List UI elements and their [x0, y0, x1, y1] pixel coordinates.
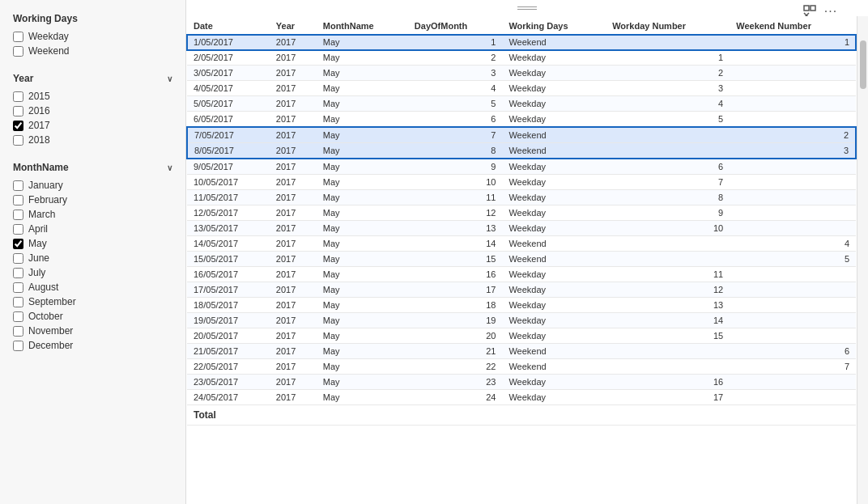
table-row[interactable]: 21/05/20172017May21Weekend6 — [187, 344, 856, 359]
filter-item-december[interactable]: December — [13, 338, 172, 353]
table-cell — [730, 390, 856, 405]
checkbox-july[interactable] — [13, 268, 23, 278]
filter-item-2017[interactable]: 2017 — [13, 118, 172, 133]
scrollbar-area[interactable] — [857, 16, 868, 504]
checkbox-october[interactable] — [13, 311, 23, 322]
table-row[interactable]: 17/05/20172017May17Weekday12 — [187, 282, 856, 298]
filter-section-year: Year ∨ 2015 2016 2017 2018 — [13, 73, 172, 147]
filter-item-october[interactable]: October — [13, 309, 172, 324]
filter-label-june: June — [28, 252, 49, 264]
checkbox-2018[interactable] — [13, 135, 23, 146]
col-working-days: Working Days — [502, 16, 606, 35]
table-cell: 3/05/2017 — [187, 66, 270, 81]
table-cell: 2017 — [270, 112, 317, 128]
table-row[interactable]: 4/05/20172017May4Weekday3 — [187, 81, 856, 96]
filter-label-september: September — [28, 296, 76, 307]
table-cell: May — [317, 143, 408, 159]
table-row[interactable]: 9/05/20172017May9Weekday6 — [187, 159, 856, 175]
table-cell: May — [317, 35, 408, 50]
table-row[interactable]: 24/05/20172017May24Weekday17 — [187, 390, 856, 405]
table-row[interactable]: 18/05/20172017May18Weekday13 — [187, 298, 856, 313]
checkbox-weekday[interactable] — [13, 32, 23, 42]
table-row[interactable]: 1/05/20172017May1Weekend1 — [187, 35, 856, 50]
table-cell: May — [317, 81, 408, 96]
table-row[interactable]: 23/05/20172017May23Weekday16 — [187, 375, 856, 390]
scrollbar-thumb[interactable] — [860, 40, 866, 89]
filter-item-2018[interactable]: 2018 — [13, 133, 172, 147]
table-cell: 24/05/2017 — [187, 390, 270, 405]
checkbox-march[interactable] — [13, 210, 23, 220]
table-cell: 2017 — [270, 66, 317, 81]
table-row[interactable]: 14/05/20172017May14Weekend4 — [187, 236, 856, 252]
filter-item-january[interactable]: January — [13, 178, 172, 193]
table-cell: Weekend — [502, 35, 606, 50]
table-cell: 2017 — [270, 252, 317, 267]
filter-item-february[interactable]: February — [13, 193, 172, 207]
table-row[interactable]: 5/05/20172017May5Weekday4 — [187, 96, 856, 112]
table-cell: 6 — [408, 112, 503, 128]
table-row[interactable]: 16/05/20172017May16Weekday11 — [187, 267, 856, 282]
table-cell: 20/05/2017 — [187, 328, 270, 344]
table-cell: 5 — [606, 112, 730, 128]
checkbox-november[interactable] — [13, 326, 23, 337]
filter-label-february: February — [28, 194, 67, 205]
table-body: 1/05/20172017May1Weekend12/05/20172017Ma… — [187, 35, 856, 426]
table-cell: May — [317, 252, 408, 267]
table-cell: 2 — [408, 50, 503, 66]
table-row[interactable]: 7/05/20172017May7Weekend2 — [187, 127, 856, 143]
filter-title-working-days[interactable]: Working Days — [13, 13, 172, 24]
table-row[interactable]: 3/05/20172017May3Weekday2 — [187, 66, 856, 81]
filter-item-april[interactable]: April — [13, 222, 172, 236]
checkbox-february[interactable] — [13, 195, 23, 205]
checkbox-may[interactable] — [13, 239, 23, 249]
table-scroll[interactable]: Date Year MonthName DayOfMonth Working D… — [186, 16, 857, 504]
table-row[interactable]: 13/05/20172017May13Weekday10 — [187, 221, 856, 236]
table-cell: 2017 — [270, 236, 317, 252]
filter-label-2015: 2015 — [28, 91, 50, 102]
table-row[interactable]: 15/05/20172017May15Weekend5 — [187, 252, 856, 267]
checkbox-april[interactable] — [13, 224, 23, 235]
filter-item-july[interactable]: July — [13, 265, 172, 280]
table-cell: 16 — [408, 267, 503, 282]
table-row[interactable]: 11/05/20172017May11Weekday8 — [187, 190, 856, 205]
filter-title-monthname[interactable]: MonthName ∨ — [13, 162, 172, 173]
filter-item-november[interactable]: November — [13, 324, 172, 338]
table-row[interactable]: 12/05/20172017May12Weekday9 — [187, 205, 856, 221]
table-cell: 11 — [606, 267, 730, 282]
checkbox-december[interactable] — [13, 341, 23, 351]
checkbox-2015[interactable] — [13, 91, 23, 102]
table-row[interactable]: 20/05/20172017May20Weekday15 — [187, 328, 856, 344]
table-row[interactable]: 6/05/20172017May6Weekday5 — [187, 112, 856, 128]
checkbox-2016[interactable] — [13, 106, 23, 116]
checkbox-weekend[interactable] — [13, 46, 23, 57]
filter-item-2015[interactable]: 2015 — [13, 89, 172, 104]
filter-item-may[interactable]: May — [13, 236, 172, 251]
outer-container: Working Days Weekday Weekend Year ∨ — [0, 0, 868, 504]
checkbox-september[interactable] — [13, 297, 23, 307]
filter-item-weekend[interactable]: Weekend — [13, 44, 172, 58]
filter-item-june[interactable]: June — [13, 251, 172, 265]
checkbox-january[interactable] — [13, 180, 23, 191]
filter-item-september[interactable]: September — [13, 294, 172, 309]
table-cell: 11 — [408, 190, 503, 205]
filter-title-year[interactable]: Year ∨ — [13, 73, 172, 84]
table-row[interactable]: 8/05/20172017May8Weekend3 — [187, 143, 856, 159]
filter-item-august[interactable]: August — [13, 280, 172, 294]
table-row[interactable]: 22/05/20172017May22Weekend7 — [187, 359, 856, 375]
checkbox-august[interactable] — [13, 282, 23, 293]
table-cell: 12 — [606, 282, 730, 298]
checkbox-2017[interactable] — [13, 121, 23, 131]
checkbox-june[interactable] — [13, 253, 23, 264]
drag-handle[interactable] — [186, 0, 868, 16]
table-row[interactable]: 19/05/20172017May19Weekday14 — [187, 313, 856, 328]
table-row[interactable]: 2/05/20172017May2Weekday1 — [187, 50, 856, 66]
table-cell: 2 — [606, 66, 730, 81]
filter-item-2016[interactable]: 2016 — [13, 104, 172, 118]
table-cell: May — [317, 66, 408, 81]
table-cell — [730, 112, 856, 128]
filter-label-2018: 2018 — [28, 134, 50, 146]
table-row[interactable]: 10/05/20172017May10Weekday7 — [187, 175, 856, 190]
filter-item-weekday[interactable]: Weekday — [13, 29, 172, 44]
filter-item-march[interactable]: March — [13, 207, 172, 222]
table-cell: 4 — [606, 96, 730, 112]
